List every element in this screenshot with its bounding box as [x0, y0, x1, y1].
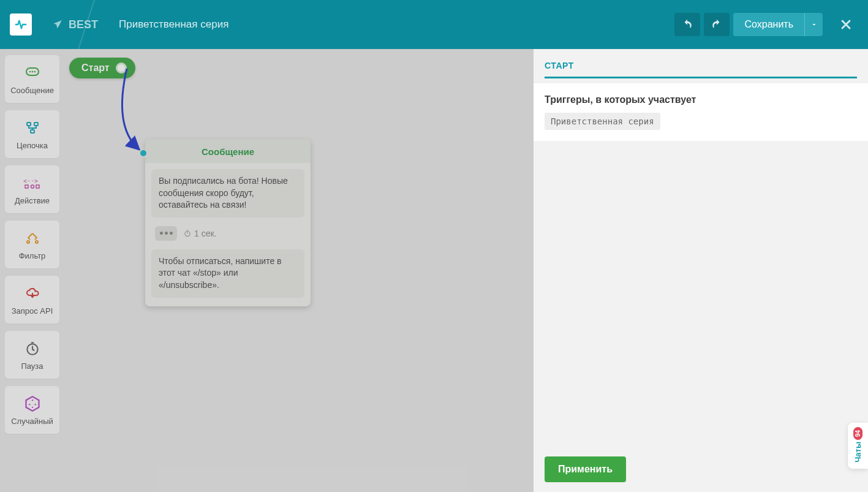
message-bubble-1: Вы подписались на бота! Новые сообщения …	[151, 169, 304, 218]
save-dropdown-toggle[interactable]	[804, 13, 823, 36]
svg-point-9	[31, 185, 34, 188]
main-area: Сообщение Цепочка <··> Действие Фильтр З…	[0, 49, 868, 492]
redo-icon	[711, 19, 722, 30]
svg-point-14	[31, 399, 32, 401]
message-node-body: Вы подписались на бота! Новые сообщения …	[145, 163, 311, 306]
header-actions: Сохранить	[674, 12, 858, 37]
svg-rect-6	[31, 130, 34, 133]
caret-down-icon	[810, 21, 818, 28]
panel-tabs: СТАРТ	[534, 49, 868, 78]
svg-point-16	[34, 404, 36, 405]
svg-rect-5	[34, 123, 38, 126]
cloud-api-icon	[23, 284, 42, 303]
undo-icon	[682, 19, 693, 30]
svg-point-2	[31, 70, 33, 72]
tool-pause[interactable]: Пауза	[5, 331, 59, 379]
pulse-icon	[14, 18, 28, 31]
tool-label: Случайный	[11, 417, 53, 426]
save-button[interactable]: Сохранить	[733, 13, 804, 36]
message-node[interactable]: Сообщение Вы подписались на бота! Новые …	[145, 139, 311, 306]
triggers-section-title: Триггеры, в которых участвует	[545, 94, 857, 105]
tool-label: Запрос API	[12, 306, 53, 316]
chats-badge: 94	[853, 427, 862, 440]
tool-label: Цепочка	[17, 141, 48, 150]
tool-label: Фильтр	[19, 251, 46, 260]
action-icon: <··>	[23, 174, 42, 192]
tool-label: Действие	[15, 196, 50, 205]
tool-label: Сообщение	[10, 86, 54, 95]
message-node-title: Сообщение	[145, 139, 311, 163]
filter-branch-icon	[23, 229, 42, 248]
svg-point-15	[29, 404, 30, 405]
message-bubble-icon	[23, 64, 42, 82]
app-logo[interactable]	[10, 13, 32, 36]
apply-button[interactable]: Применить	[545, 456, 626, 482]
typing-dots-icon	[155, 226, 177, 241]
tool-chain[interactable]: Цепочка	[5, 110, 59, 158]
properties-panel: СТАРТ Триггеры, в которых участвует Прив…	[534, 49, 868, 492]
svg-point-1	[29, 70, 31, 72]
tool-message[interactable]: Сообщение	[5, 55, 59, 103]
flow-title: Приветственная серия	[119, 18, 228, 31]
message-in-port[interactable]	[139, 149, 148, 157]
tab-start[interactable]: СТАРТ	[545, 61, 857, 78]
svg-text:<··>: <··>	[23, 178, 38, 184]
save-button-group: Сохранить	[733, 13, 823, 36]
telegram-icon	[53, 19, 64, 30]
start-label: Старт	[81, 62, 110, 74]
triggers-section: Триггеры, в которых участвует Приветстве…	[534, 83, 868, 141]
svg-rect-10	[36, 185, 39, 188]
flow-canvas[interactable]: Старт Сообщение Вы подписались на бота! …	[64, 49, 534, 492]
bot-breadcrumb[interactable]: BEST	[53, 18, 98, 31]
tool-random[interactable]: Случайный	[5, 386, 59, 434]
redo-button[interactable]	[704, 13, 730, 36]
dice-icon	[23, 395, 42, 413]
svg-point-17	[31, 406, 32, 407]
svg-point-3	[34, 70, 36, 72]
toolbox: Сообщение Цепочка <··> Действие Фильтр З…	[0, 49, 64, 492]
panel-footer: Применить	[534, 447, 868, 492]
typing-delay-text: 1 сек.	[194, 229, 216, 238]
svg-rect-4	[27, 123, 31, 126]
svg-point-12	[36, 241, 38, 243]
stopwatch-icon	[23, 339, 42, 358]
tool-filter[interactable]: Фильтр	[5, 221, 59, 268]
tool-action[interactable]: <··> Действие	[5, 165, 59, 213]
svg-point-11	[27, 241, 29, 243]
message-bubble-2: Чтобы отписаться, напишите в этот чат «/…	[151, 249, 304, 298]
close-button[interactable]	[834, 12, 858, 37]
typing-delay-value: 1 сек.	[183, 229, 216, 238]
chats-label: Чаты	[853, 442, 862, 463]
app-header: BEST Приветственная серия Сохранить	[0, 0, 868, 49]
bot-name: BEST	[69, 18, 98, 31]
undo-button[interactable]	[674, 13, 700, 36]
stopwatch-small-icon	[183, 229, 192, 238]
trigger-chip[interactable]: Приветственная серия	[545, 113, 660, 130]
chats-side-tab[interactable]: 94 Чаты	[848, 423, 868, 469]
tool-api[interactable]: Запрос API	[5, 276, 59, 324]
close-icon	[839, 17, 853, 32]
tool-label: Пауза	[21, 361, 43, 371]
flowchart-icon	[23, 119, 42, 137]
svg-rect-8	[25, 185, 28, 188]
typing-delay-row: 1 сек.	[151, 224, 304, 243]
